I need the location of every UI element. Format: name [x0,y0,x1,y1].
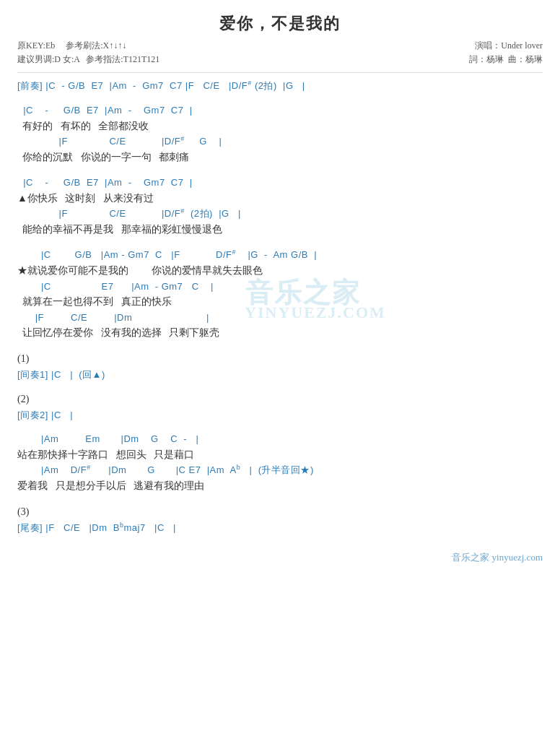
singer: 演唱：Under lover [475,40,543,51]
section-bridge: |Am Em |Dm G C - | 站在那快择十字路口 想回头 只是藉口 |A… [17,432,543,494]
meta-left: 原KEY:Eb 参考刷法:X↑↓↑↓ 建议男调:D 女:A 参考指法:T121T… [17,39,159,66]
ch-lyric1: ★就说爱你可能不是我的 你说的爱情早就失去眼色 [17,263,543,279]
section-outro: (3) [尾奏] |F C/E |Dm Bbmaj7 |C | [17,504,543,534]
v1-lyric1: 有好的 有坏的 全部都没收 [17,118,543,134]
ch-lyric3: 让回忆停在爱你 没有我的选择 只剩下躯壳 [17,325,543,341]
br-chord1: |Am Em |Dm G C - | [17,432,543,446]
interlude2-chords: [间奏2] |C | [17,408,543,423]
ch-lyric2: 就算在一起也得不到 真正的快乐 [17,294,543,310]
section-verse2: |C - G/B E7 |Am - Gm7 C7 | ▲你快乐 这时刻 从来没有… [17,176,543,238]
marker-3: (3) [17,504,543,520]
v1-chord1: |C - G/B E7 |Am - Gm7 C7 | [17,103,543,118]
section-prelude: [前奏] |C - G/B E7 |Am - Gm7 C7 |F C/E |D/… [17,79,543,93]
v2-lyric1: ▲你快乐 这时刻 从来没有过 [17,191,543,207]
br-chord2: |Am D/F# |Dm G |C E7 |Am Ab | (升半音回★) [17,463,543,477]
v2-chord1: |C - G/B E7 |Am - Gm7 C7 | [17,176,543,190]
strumming: 参考刷法:X↑↓↑↓ [66,40,126,51]
outro-chords: [尾奏] |F C/E |Dm Bbmaj7 |C | [17,521,543,535]
section-chorus: |C G/B |Am - Gm7 C |F D/F# |G - Am G/B |… [17,248,543,341]
ch-chord3: |F C/E |Dm | [17,311,543,325]
page-title: 爱你，不是我的 [17,13,543,35]
marker-1: (1) [17,351,543,367]
suggested-key: 建议男调:D 女:A [17,54,84,64]
v1-lyric2: 你给的沉默 你说的一字一句 都刺痛 [17,150,543,165]
divider-top [17,72,543,73]
ch-chord2: |C E7 |Am - Gm7 C | [17,280,543,294]
credits: 詞：杨琳 曲：杨琳 [469,54,543,64]
section-verse1: |C - G/B E7 |Am - Gm7 C7 | 有好的 有坏的 全部都没收… [17,103,543,165]
original-key: 原KEY:Eb [17,40,64,51]
meta-row: 原KEY:Eb 参考刷法:X↑↓↑↓ 建议男调:D 女:A 参考指法:T121T… [17,39,543,66]
logo-bottom: 音乐之家 yinyuezj.com [452,551,543,564]
section-interlude1: (1) [间奏1] |C | (回▲) [17,351,543,381]
section-interlude2: (2) [间奏2] |C | [17,391,543,422]
logo-text: 音乐之家 yinyuezj.com [452,552,543,563]
interlude1-chords: [间奏1] |C | (回▲) [17,368,543,382]
v1-chord2: |F C/E |D/F# G | [17,134,543,149]
br-lyric2: 爱着我 只是想分手以后 逃避有我的理由 [17,478,543,494]
marker-2: (2) [17,391,543,407]
page: 爱你，不是我的 原KEY:Eb 参考刷法:X↑↓↑↓ 建议男调:D 女:A 参考… [0,0,560,574]
br-lyric1: 站在那快择十字路口 想回头 只是藉口 [17,447,543,463]
fingering: 参考指法:T121T121 [86,54,159,64]
ch-chord1: |C G/B |Am - Gm7 C |F D/F# |G - Am G/B | [17,248,543,262]
prelude-chords: [前奏] |C - G/B E7 |Am - Gm7 C7 |F C/E |D/… [17,79,543,93]
v2-chord2: |F C/E |D/F# (2拍) |G | [17,207,543,221]
meta-right: 演唱：Under lover 詞：杨琳 曲：杨琳 [469,39,543,66]
v2-lyric2: 能给的幸福不再是我 那幸福的彩虹慢慢退色 [17,222,543,238]
